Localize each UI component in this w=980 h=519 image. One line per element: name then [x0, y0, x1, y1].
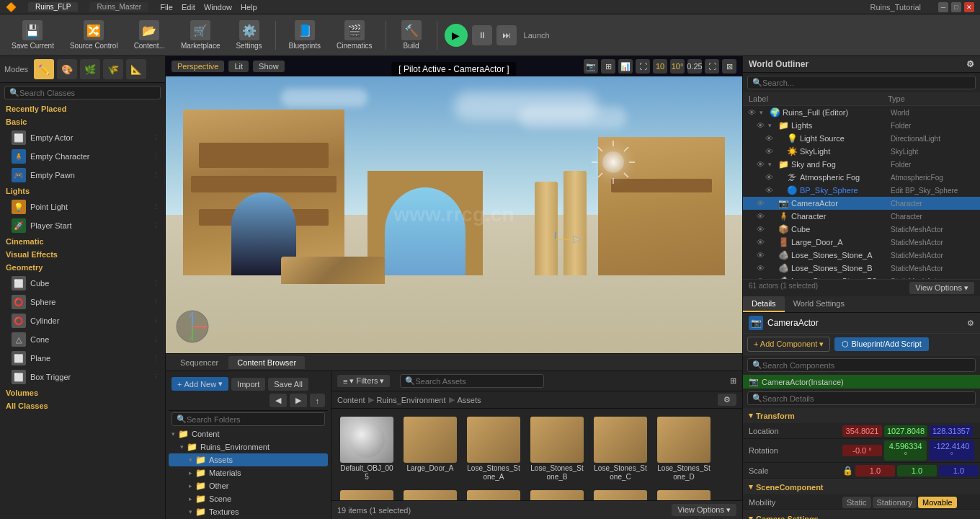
mode-foliage-button[interactable]: 🌾: [103, 59, 123, 79]
transform-section-header[interactable]: ▾ Transform: [743, 408, 980, 423]
close-button[interactable]: ✕: [964, 2, 974, 12]
rotation-x[interactable]: -0.0 °: [842, 445, 882, 456]
outliner-search-bar[interactable]: 🔍: [747, 76, 976, 89]
section-lights[interactable]: Lights: [0, 185, 165, 198]
outliner-eye-icon[interactable]: 👁: [754, 160, 766, 169]
outliner-eye-icon[interactable]: 👁: [746, 108, 757, 117]
content-button[interactable]: 📂 Content...: [128, 17, 171, 53]
outliner-eye-icon[interactable]: 👁: [754, 264, 766, 272]
lit-button[interactable]: Lit: [228, 61, 249, 72]
folder-item[interactable]: ▾ 📁 Assets: [169, 453, 328, 466]
outliner-item[interactable]: 👁 🪨 Lose_Stones_Stone_A StaticMeshActor: [743, 249, 980, 262]
camera-settings-header[interactable]: ▾ Camera Settings: [743, 511, 980, 519]
stationary-button[interactable]: Stationary: [873, 497, 917, 508]
minimize-button[interactable]: ─: [938, 2, 948, 12]
outliner-search-input[interactable]: [762, 79, 971, 87]
outliner-eye-icon[interactable]: 👁: [763, 186, 775, 195]
assets-options-button[interactable]: ⚙: [718, 394, 736, 406]
movable-button[interactable]: Movable: [918, 497, 957, 508]
mode-landscape-button[interactable]: 🌿: [80, 59, 100, 79]
asset-card[interactable]: Default_OBJ_005: [337, 414, 396, 484]
mode-geometry-button[interactable]: 📐: [126, 59, 146, 79]
tab-content-browser[interactable]: Content Browser: [228, 356, 305, 369]
menu-edit[interactable]: Edit: [182, 3, 195, 12]
class-box-trigger[interactable]: ⬜ Box Trigger ⋮: [0, 368, 165, 386]
viewport-fullscreen-icon[interactable]: ⊠: [722, 59, 736, 74]
components-search-input[interactable]: [762, 361, 971, 370]
outliner-item[interactable]: 👁 🌫 Atmospheric Fog AtmosphericFog: [743, 171, 980, 184]
blueprints-button[interactable]: 📘 Blueprints: [283, 17, 326, 53]
viewport-time-icon[interactable]: 0.25: [687, 59, 702, 74]
maximize-button[interactable]: □: [951, 2, 961, 12]
class-empty-actor[interactable]: ⬜ Empty Actor ⋮: [0, 128, 165, 147]
tab-world-settings[interactable]: World Settings: [785, 296, 853, 312]
outliner-settings-icon[interactable]: ⚙: [966, 59, 974, 69]
breadcrumb-ruins-env[interactable]: Ruins_Environment: [377, 396, 446, 404]
folder-forward-button[interactable]: ▶: [290, 394, 307, 407]
viewport-scene[interactable]: Z X Y www.rrcg.cn: [166, 76, 742, 353]
actor-settings-icon[interactable]: ⚙: [967, 319, 974, 328]
tab-sequencer[interactable]: Sequencer: [172, 356, 227, 369]
details-search-input[interactable]: [762, 394, 971, 403]
location-y[interactable]: 1027.8048: [884, 425, 927, 437]
folder-item[interactable]: ▾ 📁 Ruins_Environment: [169, 440, 328, 453]
play-button[interactable]: ▶: [445, 24, 468, 47]
tab-ruins-master[interactable]: Ruins_Master: [89, 2, 148, 12]
mode-paint-button[interactable]: 🎨: [57, 59, 77, 79]
folder-back-button[interactable]: ◀: [270, 394, 287, 407]
tab-details[interactable]: Details: [743, 296, 785, 312]
outliner-item[interactable]: 👁 📦 Cube StaticMeshActor: [743, 223, 980, 236]
location-z[interactable]: 128.31357: [930, 425, 973, 437]
outliner-eye-icon[interactable]: 👁: [754, 121, 766, 130]
asset-card[interactable]: Lose_Stones_Stone_F: [401, 488, 460, 500]
class-point-light[interactable]: 💡 Point Light ⋮: [0, 198, 165, 216]
folder-item[interactable]: ▾ 📁 Textures: [169, 505, 328, 518]
details-search-bar[interactable]: 🔍: [747, 391, 976, 405]
assets-view-icon[interactable]: ⊞: [730, 376, 736, 386]
folder-search-bar[interactable]: 🔍: [172, 412, 325, 426]
outliner-view-options[interactable]: View Options ▾: [909, 282, 974, 294]
outliner-eye-icon[interactable]: 👁: [754, 199, 766, 208]
outliner-eye-icon[interactable]: 👁: [754, 212, 766, 221]
outliner-item[interactable]: 👁 💡 Light Source DirectionalLight: [743, 132, 980, 145]
outliner-eye-icon[interactable]: 👁: [754, 238, 766, 247]
viewport[interactable]: Perspective Lit Show 📷 ⊞ 📊 ⛶ 10 10° 0.25…: [166, 56, 742, 353]
filters-button[interactable]: ≡ ▾ Filters ▾: [337, 375, 390, 387]
asset-card[interactable]: Lose_Stones_Stone_A: [464, 414, 523, 484]
location-x[interactable]: 354.8021: [842, 425, 882, 437]
class-empty-character[interactable]: 🧍 Empty Character ⋮: [0, 147, 165, 166]
class-cone[interactable]: △ Cone ⋮: [0, 330, 165, 349]
viewport-stat-icon[interactable]: 📊: [618, 59, 633, 74]
search-classes-bar[interactable]: 🔍: [4, 86, 161, 99]
outliner-item[interactable]: 👁 ▾ 🌍 Ruins_Full (Editor) World: [743, 106, 980, 119]
build-button[interactable]: 🔨 Build: [393, 17, 429, 53]
folder-item[interactable]: ▸ 📁 Materials: [169, 466, 328, 479]
outliner-item[interactable]: 👁 ▾ 📁 Sky and Fog Folder: [743, 158, 980, 171]
add-component-button[interactable]: + Add Component ▾: [747, 337, 830, 352]
save-current-button[interactable]: 💾 Save Current: [6, 17, 60, 53]
class-plane[interactable]: ⬜ Plane ⋮: [0, 349, 165, 368]
outliner-item[interactable]: 👁 🔵 BP_Sky_Sphere Edit BP_Sky_Sphere: [743, 184, 980, 197]
outliner-eye-icon[interactable]: 👁: [754, 251, 766, 260]
scale-x[interactable]: 1.0: [855, 465, 895, 476]
asset-card[interactable]: Lose_Stones_Stone_I: [591, 488, 650, 500]
class-sphere[interactable]: ⭕ Sphere ⋮: [0, 293, 165, 311]
viewport-expand-icon[interactable]: ⛶: [705, 59, 719, 74]
tab-ruins-flp[interactable]: Ruins_FLP: [28, 2, 78, 12]
viewport-angle-icon[interactable]: 10°: [670, 59, 685, 74]
asset-card[interactable]: Lose_Stones_Stone_B: [527, 414, 587, 484]
menu-window[interactable]: Window: [204, 3, 232, 12]
breadcrumb-content[interactable]: Content: [337, 396, 365, 404]
outliner-eye-icon[interactable]: 👁: [763, 134, 775, 143]
save-all-button[interactable]: Save All: [268, 378, 308, 391]
class-cube[interactable]: ⬜ Cube ⋮: [0, 274, 165, 293]
static-button[interactable]: Static: [842, 497, 871, 508]
view-options-button[interactable]: View Options ▾: [672, 504, 736, 516]
outliner-fold-icon[interactable]: ▾: [760, 109, 767, 116]
section-basic[interactable]: Basic: [0, 115, 165, 128]
folder-up-button[interactable]: ↑: [310, 394, 326, 407]
search-classes-input[interactable]: [19, 89, 156, 97]
settings-button[interactable]: ⚙️ Settings: [230, 17, 267, 53]
lock-icon[interactable]: 🔒: [842, 466, 853, 476]
asset-card[interactable]: Lose_Stones_Stone_H: [527, 488, 587, 500]
